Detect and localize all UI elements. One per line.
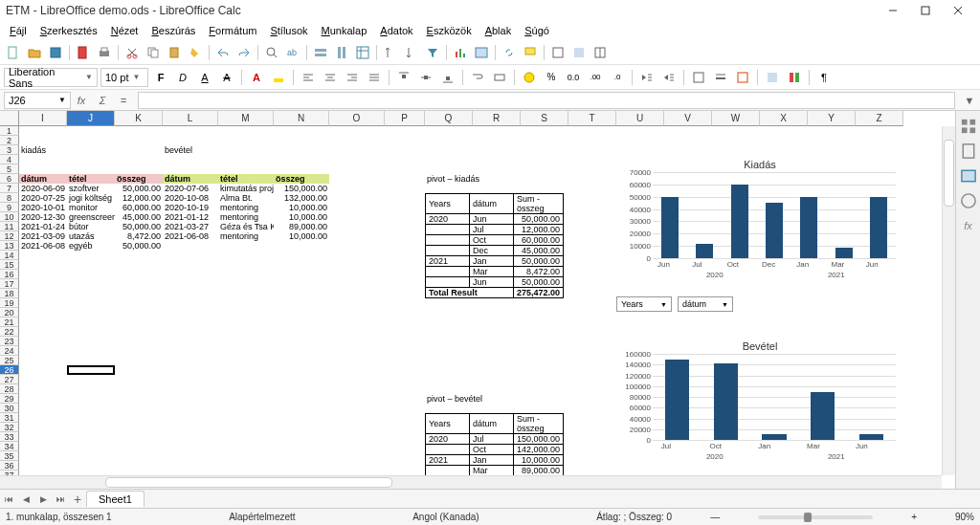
redo-icon[interactable] [234, 43, 254, 62]
sidebar-properties-icon[interactable] [959, 117, 978, 136]
sum-icon[interactable]: Σ [92, 91, 113, 110]
find-icon[interactable] [262, 43, 281, 62]
sheet-tab[interactable]: Sheet1 [86, 491, 145, 507]
sort-desc-icon[interactable] [402, 43, 421, 62]
print-icon[interactable] [95, 43, 114, 62]
select-all-corner[interactable] [0, 111, 19, 126]
align-left-icon[interactable] [299, 68, 318, 87]
spreadsheet-grid[interactable]: IJKLMNOPQRSTUVWXYZ 123456789101112131415… [0, 111, 955, 489]
cell[interactable]: 89,000.00 [274, 222, 329, 231]
font-size-combo[interactable]: 10 pt▼ [100, 68, 148, 87]
indent-inc-icon[interactable] [659, 68, 679, 87]
new-icon[interactable] [4, 43, 23, 62]
row-header[interactable]: 6 [0, 174, 19, 184]
cell[interactable]: greenscreen [67, 212, 115, 222]
horizontal-scrollbar[interactable] [0, 475, 942, 489]
col-header[interactable]: M [218, 111, 274, 126]
export-pdf-icon[interactable] [74, 43, 93, 62]
row-header[interactable]: 18 [0, 289, 19, 298]
row-header[interactable]: 27 [0, 375, 19, 384]
percent-icon[interactable]: % [542, 68, 561, 87]
cell[interactable]: 2021-01-24 [19, 222, 67, 231]
col-header[interactable]: U [616, 111, 664, 126]
col-header[interactable]: O [329, 111, 385, 126]
wrap-icon[interactable] [468, 68, 487, 87]
col-header[interactable]: N [274, 111, 329, 126]
row-header[interactable]: 31 [0, 413, 19, 423]
row-header[interactable]: 7 [0, 184, 19, 193]
cell[interactable]: kiadás [19, 145, 67, 155]
autofilter-icon[interactable] [763, 68, 782, 87]
cell[interactable]: 2020-06-09 [19, 184, 67, 193]
formula-expand-icon[interactable]: ▼ [959, 91, 980, 110]
pivot-table[interactable]: YearsdátumSum - összeg2020Jun50,000.00Ju… [425, 193, 564, 298]
cell[interactable]: jogi költség [67, 193, 115, 203]
valign-top-icon[interactable] [394, 68, 413, 87]
underline-icon[interactable]: A [195, 68, 214, 87]
highlight-icon[interactable] [269, 68, 288, 87]
table-icon[interactable] [353, 43, 372, 62]
row-header[interactable]: 21 [0, 317, 19, 327]
cell[interactable]: Alma Bt. [218, 193, 274, 203]
col-header[interactable]: T [568, 111, 616, 126]
col-icon[interactable] [332, 43, 351, 62]
cell[interactable]: bútor [67, 222, 115, 231]
cell[interactable]: összeg [115, 174, 163, 184]
split-icon[interactable] [590, 43, 610, 62]
paint-format-icon[interactable] [186, 43, 205, 62]
cell[interactable]: tétel [218, 174, 274, 184]
borders-icon[interactable] [689, 68, 708, 87]
cell[interactable]: dátum [163, 174, 218, 184]
row-header[interactable]: 32 [0, 423, 19, 432]
row-header[interactable]: 9 [0, 203, 19, 212]
number-icon[interactable]: 0.0 [564, 68, 583, 87]
chart-filter-dropdown[interactable]: dátum▼ [678, 296, 733, 312]
formula-input[interactable] [138, 92, 955, 109]
col-header[interactable]: Q [425, 111, 473, 126]
vertical-scrollbar[interactable] [942, 126, 955, 475]
cell[interactable]: mentoring [218, 212, 274, 222]
row-header[interactable]: 20 [0, 308, 19, 317]
spell-icon[interactable]: ab [283, 43, 302, 62]
image-icon[interactable] [472, 43, 491, 62]
cell[interactable]: 10,000.00 [274, 212, 329, 222]
valign-bot-icon[interactable] [438, 68, 457, 87]
cell[interactable]: 132,000.00 [274, 193, 329, 203]
cell[interactable]: bevétel [163, 145, 218, 155]
merge-icon[interactable] [490, 68, 509, 87]
sidebar-gallery-icon[interactable] [959, 166, 978, 186]
link-icon[interactable] [500, 43, 519, 62]
row-header[interactable]: 19 [0, 298, 19, 308]
cell[interactable]: Géza és Tsa Kft. [218, 222, 274, 231]
cell[interactable]: 50,000.00 [115, 222, 163, 231]
row-header[interactable]: 34 [0, 442, 19, 451]
row-header[interactable]: 22 [0, 327, 19, 337]
cell[interactable]: 2021-06-08 [19, 241, 67, 251]
cell[interactable]: pivot – kiadás [425, 174, 568, 184]
row-header[interactable]: 1 [0, 126, 19, 136]
cell[interactable]: 2020-07-06 [163, 184, 218, 193]
cell[interactable]: 50,000.00 [115, 184, 163, 193]
row-header[interactable]: 16 [0, 270, 19, 279]
row-header[interactable]: 12 [0, 231, 19, 241]
name-box[interactable]: J26▼ [4, 92, 71, 109]
menu-item[interactable]: Ablak [479, 23, 518, 38]
col-header[interactable]: Z [856, 111, 903, 126]
cond-format-icon[interactable] [785, 68, 804, 87]
cell[interactable]: 2021-03-27 [163, 222, 218, 231]
cell[interactable]: mentoring [218, 203, 274, 212]
open-icon[interactable] [25, 43, 44, 62]
align-justify-icon[interactable] [365, 68, 384, 87]
row-header[interactable]: 28 [0, 384, 19, 394]
pilcrow-icon[interactable]: ¶ [814, 68, 834, 87]
row-header[interactable]: 25 [0, 356, 19, 365]
cell[interactable]: 2020-12-30 [19, 212, 67, 222]
font-color-icon[interactable]: A [247, 68, 266, 87]
tab-add-icon[interactable]: + [69, 491, 86, 508]
row-header[interactable]: 10 [0, 212, 19, 222]
valign-mid-icon[interactable] [416, 68, 435, 87]
zoom-slider[interactable] [758, 515, 873, 519]
cell[interactable]: 10,000.00 [274, 231, 329, 241]
italic-icon[interactable]: D [173, 68, 192, 87]
row-header[interactable]: 15 [0, 260, 19, 270]
